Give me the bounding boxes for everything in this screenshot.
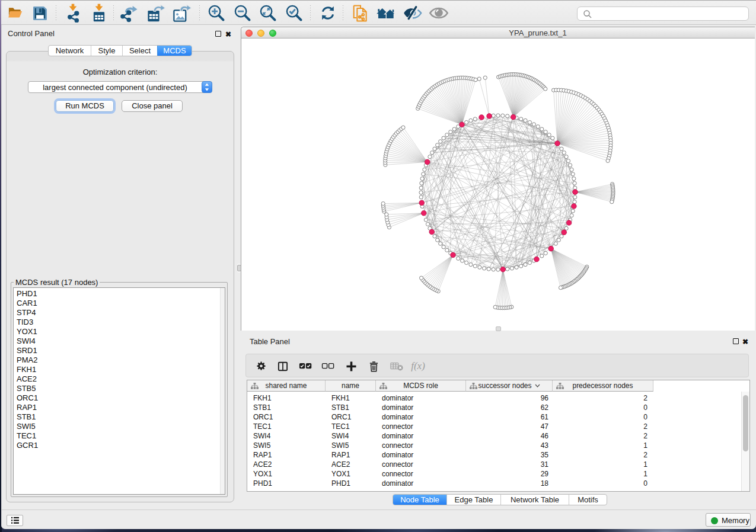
zoom-out-button[interactable]	[232, 3, 253, 23]
cell[interactable]: PHD1	[326, 479, 376, 488]
cell[interactable]: 43	[466, 441, 553, 450]
window-minimize-button[interactable]	[257, 30, 264, 37]
cell[interactable]: RAP1	[247, 450, 326, 460]
show-panel-button[interactable]	[429, 3, 449, 23]
list-item[interactable]: YOX1	[14, 327, 225, 336]
cell[interactable]: TEC1	[326, 422, 376, 431]
cell[interactable]: dominator	[376, 403, 466, 412]
import-network-button[interactable]	[63, 3, 83, 23]
cell[interactable]: SWI5	[326, 441, 376, 450]
cell[interactable]: 35	[466, 450, 553, 460]
column-header-name[interactable]: name	[326, 380, 376, 392]
cell[interactable]: ORC1	[247, 412, 326, 422]
cell[interactable]: 46	[466, 431, 553, 441]
cell[interactable]: 47	[466, 422, 553, 431]
cell[interactable]: 1	[553, 460, 653, 469]
tab-mcds[interactable]: MCDS	[157, 46, 192, 56]
tab-motifs[interactable]: Motifs	[569, 495, 607, 505]
tab-style[interactable]: Style	[91, 46, 122, 56]
list-item[interactable]: PMA2	[14, 355, 225, 365]
cell[interactable]: SWI4	[326, 431, 376, 441]
cell[interactable]: 31	[466, 460, 553, 469]
cell[interactable]: 1	[553, 469, 653, 479]
open-file-button[interactable]	[5, 3, 25, 23]
cell[interactable]: 18	[466, 479, 553, 488]
cell[interactable]: TEC1	[247, 422, 326, 431]
table-row-ORC1[interactable]: ORC1ORC1dominator610	[247, 412, 749, 422]
cell[interactable]: 96	[466, 393, 553, 403]
zoom-fit-button[interactable]	[258, 3, 278, 23]
close-icon[interactable]: ✖	[225, 31, 231, 38]
table-row-YOX1[interactable]: YOX1YOX1connector291	[247, 469, 749, 479]
cell[interactable]: 0	[553, 403, 653, 412]
cell[interactable]: ORC1	[326, 412, 376, 422]
network-canvas[interactable]	[241, 39, 755, 331]
save-session-button[interactable]	[30, 3, 50, 23]
cell[interactable]: dominator	[376, 479, 466, 488]
close-icon[interactable]: ✖	[742, 338, 748, 345]
list-item[interactable]: STB5	[14, 384, 225, 393]
list-item[interactable]: FKH1	[14, 365, 225, 374]
tab-node-table[interactable]: Node Table	[393, 495, 446, 505]
cell[interactable]: PHD1	[247, 479, 326, 488]
hide-panel-button[interactable]	[403, 3, 423, 23]
zoom-selected-button[interactable]	[284, 3, 304, 23]
clone-network-button[interactable]	[350, 3, 371, 23]
list-item[interactable]: ACE2	[14, 374, 225, 384]
cell[interactable]: STB1	[326, 403, 376, 412]
result-list-scrollbar[interactable]	[220, 288, 225, 494]
float-icon[interactable]	[733, 338, 739, 344]
list-item[interactable]: TEC1	[14, 431, 225, 441]
cell[interactable]: connector	[376, 422, 466, 431]
zoom-in-button[interactable]	[206, 3, 227, 23]
table-row-FKH1[interactable]: FKH1FKH1dominator962	[247, 393, 749, 403]
list-item[interactable]: PHD1	[14, 289, 225, 299]
cell[interactable]: 61	[466, 412, 553, 422]
delete-column-button[interactable]	[363, 354, 384, 378]
cell[interactable]: connector	[376, 469, 466, 479]
list-item[interactable]: CAR1	[14, 299, 225, 308]
tab-select[interactable]: Select	[122, 46, 157, 56]
cell[interactable]: dominator	[376, 450, 466, 460]
export-network-button[interactable]	[120, 3, 140, 23]
table-row-SWI4[interactable]: SWI4SWI4dominator462	[247, 431, 749, 441]
list-item[interactable]: RAP1	[14, 403, 225, 412]
list-item[interactable]: GCR1	[14, 441, 225, 450]
cell[interactable]: 2	[553, 431, 653, 441]
cell[interactable]: 62	[466, 403, 553, 412]
table-scrollbar[interactable]	[741, 392, 749, 491]
cell[interactable]: 29	[466, 469, 553, 479]
tab-edge-table[interactable]: Edge Table	[446, 495, 500, 505]
cell[interactable]: dominator	[376, 412, 466, 422]
delete-table-button[interactable]	[387, 354, 407, 378]
table-scrollbar-thumb[interactable]	[743, 395, 748, 451]
export-table-button[interactable]	[146, 3, 166, 23]
cell[interactable]: FKH1	[247, 393, 326, 403]
window-close-button[interactable]	[245, 30, 253, 37]
table-row-TEC1[interactable]: TEC1TEC1connector472	[247, 422, 749, 431]
column-header-successor-nodes[interactable]: successor nodes	[466, 380, 553, 392]
function-builder-button[interactable]: f(x)	[406, 354, 430, 378]
cell[interactable]: 0	[553, 479, 653, 488]
column-header-MCDS-role[interactable]: MCDS role	[376, 380, 466, 392]
export-image-button[interactable]	[172, 3, 192, 23]
list-item[interactable]: SRD1	[14, 346, 225, 355]
list-item[interactable]: STB1	[14, 412, 225, 422]
column-header-shared-name[interactable]: shared name	[247, 380, 326, 392]
table-row-SWI5[interactable]: SWI5SWI5connector431	[247, 441, 749, 450]
close-panel-button[interactable]: Close panel	[122, 100, 183, 112]
cell[interactable]: 0	[553, 412, 653, 422]
optimization-criterion-select[interactable]: largest connected component (undirected)	[28, 81, 212, 93]
cell[interactable]: SWI4	[247, 431, 326, 441]
cell[interactable]: SWI5	[247, 441, 326, 450]
list-item[interactable]: SWI5	[14, 422, 225, 431]
float-icon[interactable]	[215, 31, 221, 37]
list-item[interactable]: SWI4	[14, 336, 225, 346]
cell[interactable]: STB1	[247, 403, 326, 412]
run-mcds-button[interactable]: Run MCDS	[56, 100, 114, 112]
network-window-titlebar[interactable]: YPA_prune.txt_1	[241, 27, 755, 39]
cell[interactable]: 1	[553, 441, 653, 450]
cell[interactable]: YOX1	[247, 469, 326, 479]
list-item[interactable]: STP4	[14, 308, 225, 318]
cell[interactable]: 2	[553, 450, 653, 460]
